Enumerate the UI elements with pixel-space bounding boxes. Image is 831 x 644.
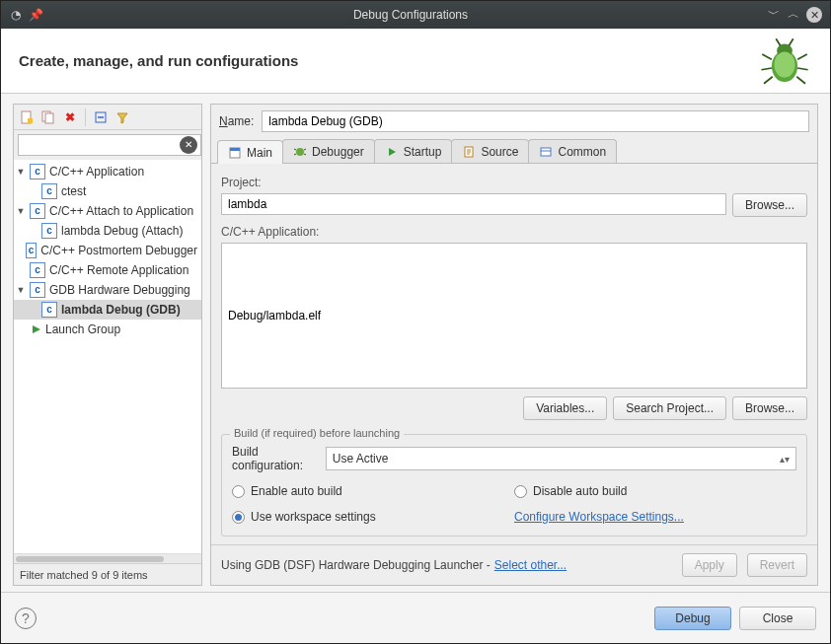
svg-point-10 xyxy=(296,148,304,156)
configure-workspace-link[interactable]: Configure Workspace Settings... xyxy=(514,510,684,524)
tab-bar: Main Debugger Startup Source Common xyxy=(211,138,817,164)
radio-use-workspace[interactable]: Use workspace settings xyxy=(232,510,514,524)
svg-point-2 xyxy=(775,51,795,77)
close-button[interactable]: Close xyxy=(739,607,816,630)
apply-button[interactable]: Apply xyxy=(682,553,737,577)
help-icon[interactable]: ? xyxy=(15,608,37,629)
combo-caret-icon: ▴▾ xyxy=(780,454,790,465)
build-group: Build (if required) before launching Bui… xyxy=(221,434,807,537)
debug-button[interactable]: Debug xyxy=(654,607,731,630)
dialog-header: Create, manage, and run configurations xyxy=(1,29,830,94)
config-tree[interactable]: ▼cC/C++ Application cctest ▼cC/C++ Attac… xyxy=(14,160,201,553)
variables-button[interactable]: Variables... xyxy=(523,396,607,420)
name-input[interactable] xyxy=(262,110,809,132)
filter-status: Filter matched 9 of 9 items xyxy=(14,563,201,585)
tree-item-cpp-remote[interactable]: cC/C++ Remote Application xyxy=(14,260,201,280)
project-browse-button[interactable]: Browse... xyxy=(732,193,807,217)
tab-common[interactable]: Common xyxy=(528,139,617,163)
project-label: Project: xyxy=(221,176,807,189)
tab-debugger[interactable]: Debugger xyxy=(282,139,375,163)
clear-filter-icon[interactable]: ✕ xyxy=(180,136,197,154)
launch-group-icon xyxy=(30,322,43,336)
tab-source[interactable]: Source xyxy=(451,139,529,163)
pin-icon[interactable]: 📌 xyxy=(29,8,42,22)
debugger-tab-icon xyxy=(293,145,307,159)
duplicate-config-icon[interactable] xyxy=(39,108,57,126)
header-title: Create, manage, and run configurations xyxy=(19,52,298,69)
delete-config-icon[interactable]: ✖ xyxy=(61,108,79,126)
config-editor-panel: Name: Main Debugger Startup S xyxy=(210,104,818,586)
tree-item-launch-group[interactable]: Launch Group xyxy=(14,320,201,339)
source-tab-icon xyxy=(462,145,476,159)
dialog-window: ◔ 📌 Debug Configurations ﹀ ︿ ✕ Create, m… xyxy=(0,0,831,644)
startup-tab-icon xyxy=(385,145,399,159)
select-other-launcher-link[interactable]: Select other... xyxy=(494,558,567,572)
minimize-icon[interactable]: ﹀ xyxy=(767,7,781,21)
name-label: Name: xyxy=(219,114,254,128)
svg-rect-4 xyxy=(28,118,33,123)
filter-icon[interactable] xyxy=(113,108,131,126)
config-toolbar: ✖ xyxy=(14,105,201,130)
build-config-label: Build configuration: xyxy=(232,445,316,472)
close-icon[interactable]: ✕ xyxy=(806,7,822,23)
radio-disable-auto-build[interactable]: Disable auto build xyxy=(514,484,796,498)
project-input[interactable] xyxy=(221,193,726,215)
tree-item-lambda-attach[interactable]: clambda Debug (Attach) xyxy=(14,221,201,241)
common-tab-icon xyxy=(539,145,553,159)
svg-rect-9 xyxy=(230,148,240,151)
titlebar: ◔ 📌 Debug Configurations ﹀ ︿ ✕ xyxy=(1,1,830,29)
eclipse-icon: ◔ xyxy=(9,8,23,22)
collapse-all-icon[interactable] xyxy=(92,108,110,126)
app-input[interactable] xyxy=(221,243,807,389)
tree-item-lambda-gdb[interactable]: clambda Debug (GDB) xyxy=(14,300,201,320)
tab-main-body: Project: Browse... C/C++ Application: Va… xyxy=(211,164,817,544)
radio-enable-auto-build[interactable]: Enable auto build xyxy=(232,484,514,498)
launcher-row: Using GDB (DSF) Hardware Debugging Launc… xyxy=(211,544,817,585)
svg-rect-6 xyxy=(45,113,53,123)
tree-item-ctest[interactable]: cctest xyxy=(14,181,201,201)
search-project-button[interactable]: Search Project... xyxy=(613,396,726,420)
tree-scrollbar[interactable] xyxy=(14,553,201,563)
main-tab-icon xyxy=(228,146,242,160)
maximize-icon[interactable]: ︿ xyxy=(787,7,800,21)
tab-startup[interactable]: Startup xyxy=(374,139,453,163)
debug-bug-icon xyxy=(757,34,812,89)
app-label: C/C++ Application: xyxy=(221,225,807,239)
build-group-title: Build (if required) before launching xyxy=(230,427,404,439)
build-config-combo[interactable]: Use Active ▴▾ xyxy=(326,447,796,470)
tab-main[interactable]: Main xyxy=(217,140,283,164)
window-title: Debug Configurations xyxy=(60,8,761,22)
tree-item-cpp-app[interactable]: ▼cC/C++ Application xyxy=(14,162,201,181)
configurations-panel: ✖ ✕ ▼cC/C++ Application cctest ▼cC/C++ A… xyxy=(13,104,202,586)
revert-button[interactable]: Revert xyxy=(747,553,807,577)
filter-input[interactable] xyxy=(18,134,201,156)
tree-item-cpp-postmortem[interactable]: cC/C++ Postmortem Debugger xyxy=(14,241,201,260)
svg-rect-12 xyxy=(541,148,551,156)
dialog-footer: ? Debug Close xyxy=(1,592,830,643)
tree-item-gdb-hw[interactable]: ▼cGDB Hardware Debugging xyxy=(14,280,201,300)
tree-item-cpp-attach[interactable]: ▼cC/C++ Attach to Application xyxy=(14,201,201,221)
app-browse-button[interactable]: Browse... xyxy=(732,396,807,420)
new-config-icon[interactable] xyxy=(18,108,36,126)
